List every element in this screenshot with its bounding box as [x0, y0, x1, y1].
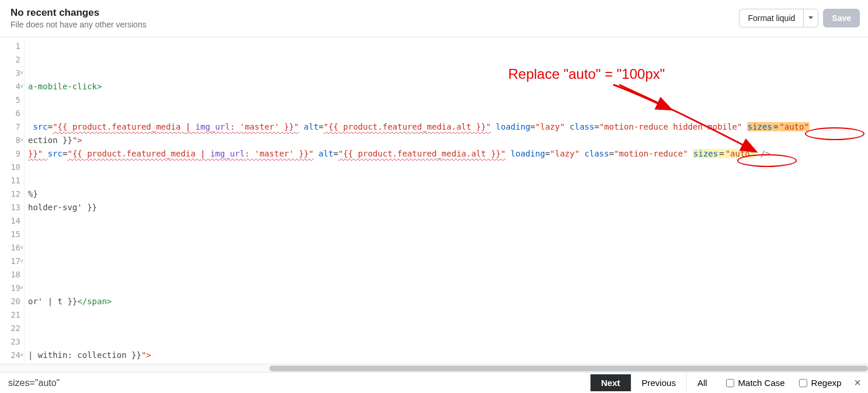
- save-button[interactable]: Save: [823, 9, 860, 27]
- regexp-input[interactable]: [799, 379, 807, 387]
- code-line[interactable]: [25, 228, 868, 241]
- match-case-label: Match Case: [738, 378, 785, 388]
- code-line[interactable]: [25, 174, 868, 187]
- match-case-checkbox[interactable]: Match Case: [718, 377, 791, 389]
- code-line[interactable]: [25, 93, 868, 107]
- code-line[interactable]: [25, 322, 868, 335]
- code-line[interactable]: [25, 241, 868, 255]
- code-line[interactable]: [25, 214, 868, 228]
- regexp-label: Regexp: [811, 378, 842, 388]
- scrollbar-thumb[interactable]: [269, 366, 868, 371]
- match-case-input[interactable]: [726, 379, 734, 387]
- line-number-gutter: 123v4v5678v910111213141516v17v1819v20212…: [0, 37, 25, 364]
- code-line[interactable]: %}: [25, 187, 868, 201]
- code-line[interactable]: | within: collection }}">: [25, 349, 868, 362]
- code-line[interactable]: [25, 40, 868, 53]
- regexp-checkbox[interactable]: Regexp: [791, 377, 848, 389]
- search-close-button[interactable]: ×: [847, 376, 868, 389]
- code-line[interactable]: [25, 268, 868, 281]
- format-liquid-button[interactable]: Format liquid: [739, 9, 803, 27]
- search-previous-button[interactable]: Previous: [631, 374, 686, 391]
- code-line[interactable]: [25, 335, 868, 349]
- code-line[interactable]: ection }}">: [25, 134, 868, 147]
- code-line[interactable]: src="{{ product.featured_media | img_url…: [25, 120, 868, 134]
- code-line[interactable]: [25, 67, 868, 80]
- code-area[interactable]: a-mobile-click> src="{{ product.featured…: [25, 37, 868, 364]
- header-title: No recent changes: [11, 7, 147, 19]
- code-line[interactable]: [25, 107, 868, 120]
- annotation-circle: [805, 127, 864, 140]
- search-next-button[interactable]: Next: [590, 374, 631, 391]
- header-left: No recent changes File does not have any…: [11, 7, 147, 29]
- code-line[interactable]: [25, 255, 868, 268]
- chevron-down-icon: [808, 16, 813, 19]
- search-bar: Next Previous All Match Case Regexp ×: [0, 372, 868, 393]
- horizontal-scrollbar[interactable]: [0, 364, 868, 372]
- search-input[interactable]: [0, 374, 590, 392]
- code-line[interactable]: [25, 308, 868, 322]
- code-editor[interactable]: 123v4v5678v910111213141516v17v1819v20212…: [0, 37, 868, 364]
- annotation-circle: [737, 154, 797, 167]
- header-actions: Format liquid Save: [739, 9, 860, 27]
- code-line[interactable]: [25, 53, 868, 67]
- code-line[interactable]: a-mobile-click>: [25, 80, 868, 93]
- code-line[interactable]: holder-svg' }}: [25, 201, 868, 214]
- format-liquid-dropdown[interactable]: [803, 9, 818, 27]
- header-bar: No recent changes File does not have any…: [0, 0, 868, 37]
- code-line[interactable]: [25, 281, 868, 295]
- format-liquid-split: Format liquid: [739, 9, 818, 27]
- code-line[interactable]: or' | t }}</span>: [25, 295, 868, 308]
- search-all-button[interactable]: All: [686, 374, 718, 391]
- header-subtitle: File does not have any other versions: [11, 20, 147, 29]
